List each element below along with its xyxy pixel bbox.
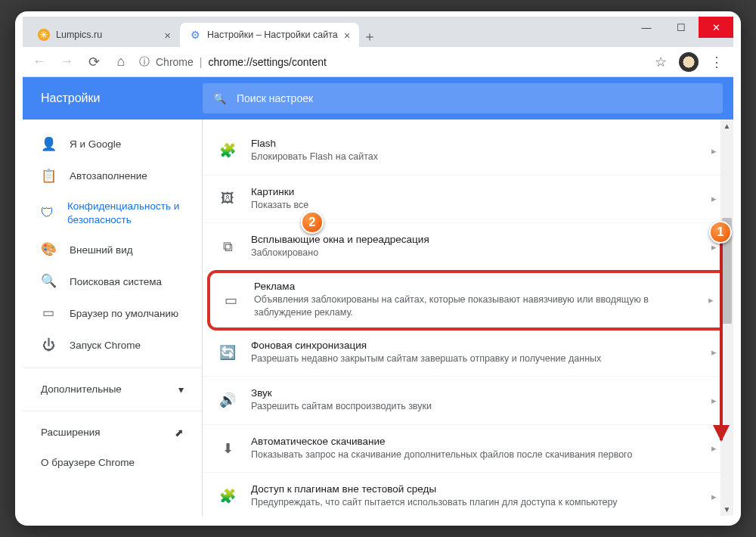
sidebar-item-autofill[interactable]: 📋 Автозаполнение (23, 160, 202, 192)
setting-subtitle: Предупреждать, что сайт пытается использ… (251, 496, 696, 510)
sidebar-item-label: Поисковая система (70, 275, 162, 289)
setting-subtitle: Показывать запрос на скачивание дополнит… (251, 449, 696, 462)
close-window-button[interactable]: ✕ (699, 17, 733, 38)
info-icon: ⓘ (139, 55, 150, 69)
setting-subtitle: Блокировать Flash на сайтах (251, 151, 696, 164)
url-scheme: Chrome (156, 56, 194, 68)
scroll-down-icon[interactable]: ▼ (720, 503, 733, 516)
setting-title: Картинки (251, 186, 696, 197)
sidebar: 👤 Я и Google 📋 Автозаполнение 🛡 Конфиден… (23, 77, 203, 516)
chevron-right-icon: ▸ (708, 294, 714, 306)
setting-subtitle: Показать все (251, 199, 696, 213)
clipboard-icon: 📋 (41, 168, 56, 185)
setting-popups[interactable]: ⧉ Всплывающие окна и переадресация Забло… (203, 223, 733, 272)
sidebar-item-default-browser[interactable]: ▭ Браузер по умолчанию (23, 297, 202, 329)
sidebar-item-label: Я и Google (70, 138, 121, 151)
sidebar-item-you-and-google[interactable]: 👤 Я и Google (23, 129, 202, 160)
sidebar-link-about[interactable]: О браузере Chrome (23, 448, 202, 477)
sidebar-item-search-engine[interactable]: 🔍 Поисковая система (23, 265, 202, 297)
person-icon: 👤 (41, 136, 56, 153)
setting-title: Фоновая синхронизация (251, 340, 696, 351)
setting-subtitle: Объявления заблокированы на сайтах, кото… (254, 293, 693, 320)
browser-icon: ▭ (41, 305, 56, 321)
settings-search[interactable]: 🔍 (203, 83, 723, 113)
setting-sound[interactable]: 🔊 Звук Разрешить сайтам воспроизводить з… (203, 377, 733, 425)
chevron-right-icon: ▸ (711, 395, 717, 406)
setting-title: Flash (251, 138, 696, 149)
setting-ads[interactable]: ▭ Реклама Объявления заблокированы на са… (207, 270, 729, 331)
tab-settings[interactable]: ⚙ Настройки – Настройки сайта × (180, 23, 359, 47)
annotation-marker-1: 1 (709, 221, 732, 244)
tab-lumpics[interactable]: ✳ Lumpics.ru × (29, 23, 180, 47)
bookmark-star-icon[interactable]: ☆ (652, 53, 670, 71)
separator (23, 368, 202, 368)
sound-icon: 🔊 (219, 392, 236, 408)
close-tab-icon[interactable]: × (164, 29, 171, 42)
plugin-icon: 🧩 (219, 488, 236, 504)
sidebar-item-label: Запуск Chrome (70, 339, 141, 352)
link-label: О браузере Chrome (41, 457, 135, 468)
settings-header: Настройки 🔍 (23, 77, 733, 120)
scroll-up-icon[interactable]: ▲ (720, 120, 733, 132)
home-button[interactable]: ⌂ (112, 53, 130, 71)
palette-icon: 🎨 (41, 241, 56, 258)
maximize-button[interactable]: ☐ (664, 17, 699, 38)
sidebar-item-label: Автозаполнение (70, 169, 147, 183)
toolbar: ← → ⟳ ⌂ ⓘ Chrome | chrome://settings/con… (23, 47, 733, 77)
download-icon: ⬇ (219, 440, 236, 457)
sidebar-item-appearance[interactable]: 🎨 Внешний вид (23, 234, 202, 265)
sidebar-item-label: Конфиденциальность и безопасность (67, 200, 184, 226)
gear-icon: ⚙ (189, 29, 201, 41)
search-icon: 🔍 (41, 273, 56, 290)
link-label: Расширения (41, 427, 101, 438)
sidebar-item-on-startup[interactable]: ⏻ Запуск Chrome (23, 330, 202, 362)
reload-button[interactable]: ⟳ (85, 53, 103, 71)
chevron-right-icon: ▸ (711, 145, 717, 157)
image-icon: 🖼 (219, 191, 236, 206)
search-icon: 🔍 (213, 92, 226, 104)
setting-title: Доступ к плагинам вне тестовой среды (251, 483, 696, 495)
sidebar-item-label: Внешний вид (70, 244, 133, 257)
chevron-right-icon: ▸ (711, 193, 717, 204)
chevron-right-icon: ▸ (711, 346, 717, 358)
setting-auto-download[interactable]: ⬇ Автоматическое скачивание Показывать з… (203, 425, 733, 473)
separator (23, 411, 202, 411)
setting-unsandboxed-plugins[interactable]: 🧩 Доступ к плагинам вне тестовой среды П… (203, 473, 733, 516)
setting-title: Реклама (254, 281, 693, 292)
setting-title: Автоматическое скачивание (251, 436, 696, 447)
shield-icon: 🛡 (41, 205, 54, 222)
power-icon: ⏻ (41, 337, 56, 354)
tab-title: Lumpics.ru (56, 29, 102, 40)
sidebar-link-extensions[interactable]: Расширения ⬈ (23, 417, 202, 448)
setting-title: Всплывающие окна и переадресация (251, 234, 696, 245)
sidebar-item-privacy[interactable]: 🛡 Конфиденциальность и безопасность (23, 192, 202, 234)
close-tab-icon[interactable]: × (344, 29, 351, 42)
favicon-icon: ✳ (38, 29, 50, 41)
tab-title: Настройки – Настройки сайта (207, 29, 338, 40)
chevron-right-icon: ▸ (711, 442, 717, 454)
popup-icon: ⧉ (219, 239, 236, 255)
search-input[interactable] (237, 92, 712, 104)
ad-icon: ▭ (222, 292, 239, 309)
minimize-button[interactable]: — (629, 17, 664, 38)
sync-icon: 🔄 (219, 344, 236, 361)
new-tab-button[interactable]: ＋ (359, 26, 380, 47)
sidebar-advanced-toggle[interactable]: Дополнительные ▾ (23, 374, 202, 405)
setting-subtitle: Заблокировано (251, 247, 696, 260)
setting-background-sync[interactable]: 🔄 Фоновая синхронизация Разрешать недавн… (203, 329, 733, 377)
page-title: Настройки (23, 92, 203, 105)
profile-avatar[interactable] (679, 52, 699, 72)
menu-button[interactable]: ⋮ (708, 53, 726, 71)
setting-images[interactable]: 🖼 Картинки Показать все ▸ (203, 175, 733, 224)
external-link-icon: ⬈ (175, 427, 184, 439)
annotation-arrow (720, 228, 723, 440)
setting-flash[interactable]: 🧩 Flash Блокировать Flash на сайтах ▸ (203, 127, 733, 175)
address-bar[interactable]: ⓘ Chrome | chrome://settings/content (139, 55, 643, 69)
url-path: chrome://settings/content (208, 56, 326, 68)
forward-button[interactable]: → (57, 53, 76, 71)
setting-subtitle: Разрешать недавно закрытым сайтам заверш… (251, 352, 696, 366)
main-content: 🧩 Flash Блокировать Flash на сайтах ▸ 🖼 … (203, 77, 733, 516)
puzzle-icon: 🧩 (219, 142, 236, 159)
back-button[interactable]: ← (30, 53, 48, 71)
advanced-label: Дополнительные (41, 383, 122, 395)
